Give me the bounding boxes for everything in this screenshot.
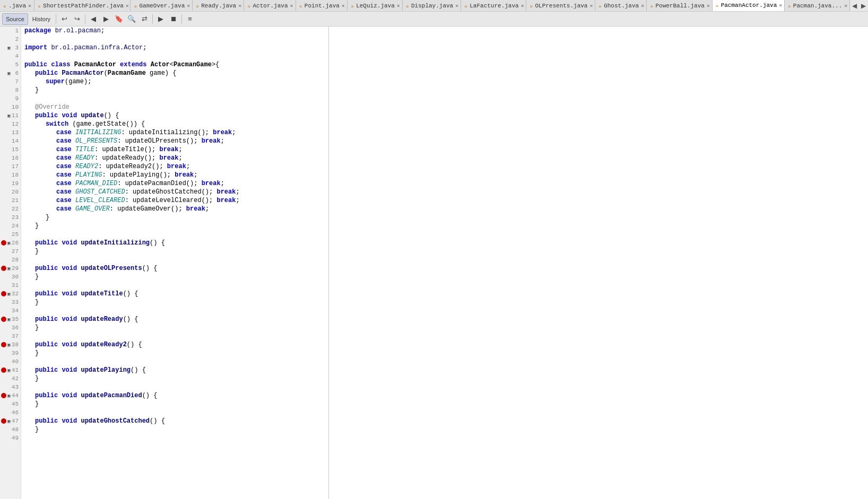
tab-5[interactable]: ☕Point.java✕	[296, 0, 348, 12]
close-tab-icon[interactable]: ✕	[290, 3, 293, 9]
tab-7[interactable]: ☕Display.java✕	[403, 0, 461, 12]
fold-icon[interactable]: ▣	[7, 71, 10, 76]
close-tab-icon[interactable]: ✕	[28, 3, 31, 9]
breakpoint-icon[interactable]	[1, 418, 6, 424]
fold-icon[interactable]: ▣	[7, 113, 10, 119]
token-normal	[58, 290, 62, 298]
token-pkg: br.ol.pacman	[55, 27, 101, 35]
fold-icon[interactable]: ▣	[7, 418, 10, 424]
close-tab-icon[interactable]: ✕	[455, 3, 458, 9]
token-kw: void	[62, 315, 77, 323]
search-button[interactable]: 🔍	[126, 13, 137, 25]
code-area[interactable]: package br.ol.pacman;import br.ol.pacman…	[21, 27, 328, 499]
line-num-text: 15	[12, 146, 19, 153]
fold-icon[interactable]: ▣	[7, 367, 10, 373]
code-line-29: public void updateOLPresents() {	[21, 264, 328, 273]
back-button[interactable]: ◀	[88, 13, 99, 25]
token-ann: @Override	[35, 103, 70, 111]
line-number-23: 23	[0, 213, 21, 222]
token-normal: () {	[104, 111, 119, 120]
fold-icon[interactable]: ▣	[7, 317, 10, 322]
code-line-1: package br.ol.pacman;	[21, 27, 328, 35]
toolbar-separator-2	[85, 14, 85, 24]
fold-icon[interactable]: ▣	[7, 342, 10, 348]
breakpoint-icon[interactable]	[1, 367, 6, 373]
close-tab-icon[interactable]: ✕	[779, 2, 782, 8]
token-kw: void	[62, 391, 77, 400]
line-number-33: 33	[0, 298, 21, 307]
close-tab-icon[interactable]: ✕	[187, 3, 190, 9]
tab-2[interactable]: ☕GameOver.java✕	[131, 0, 193, 12]
line-number-6: ▣6	[0, 69, 21, 77]
fold-icon[interactable]: ▣	[7, 266, 10, 272]
breakpoint-icon[interactable]	[1, 266, 6, 271]
line-num-text: 48	[12, 426, 19, 433]
fold-icon[interactable]: ▣	[7, 291, 10, 297]
code-line-6: public PacmanActor(PacmanGame game) {	[21, 69, 328, 77]
token-normal: }	[35, 425, 39, 434]
line-num-text: 18	[12, 172, 19, 178]
line-number-15: 15	[0, 145, 21, 154]
tab-1[interactable]: ☕ShortestPathFinder.java✕	[34, 0, 131, 12]
token-enum-val: READY2	[75, 162, 98, 171]
code-line-14: case OL_PRESENTS: updateOLPresents(); br…	[21, 137, 328, 145]
close-tab-icon[interactable]: ✕	[589, 3, 593, 9]
close-tab-icon[interactable]: ✕	[641, 3, 644, 9]
token-normal: (game.getState()) {	[68, 120, 145, 128]
token-normal	[77, 290, 81, 298]
close-tab-icon[interactable]: ✕	[126, 3, 129, 9]
redo-button[interactable]: ↪	[71, 13, 83, 25]
line-num-text: 16	[12, 155, 19, 161]
close-tab-icon[interactable]: ✕	[844, 3, 847, 9]
tab-11[interactable]: ☕PowerBall.java✕	[647, 0, 712, 12]
tab-3[interactable]: ☕Ready.java✕	[193, 0, 244, 12]
java-icon: ☕	[650, 3, 653, 9]
token-normal	[72, 188, 75, 196]
line-num-text: 10	[12, 104, 19, 110]
line-number-36: 36	[0, 323, 21, 332]
token-normal	[77, 417, 81, 425]
tab-13[interactable]: ☕Pacman.java...✕	[785, 0, 850, 12]
token-kw: case	[56, 162, 72, 171]
replace-button[interactable]: ⇄	[138, 13, 150, 25]
tab-4[interactable]: ☕Actor.java✕	[244, 0, 296, 12]
close-tab-icon[interactable]: ✕	[397, 3, 400, 9]
token-normal: : updateGhostCatched();	[125, 188, 217, 196]
code-line-3: import br.ol.pacman.infra.Actor;	[21, 43, 328, 52]
code-line-28	[21, 256, 328, 264]
close-tab-icon[interactable]: ✕	[238, 3, 241, 9]
fold-icon[interactable]: ▣	[7, 240, 10, 246]
stop-button[interactable]: ⏹	[168, 13, 179, 25]
tab-9[interactable]: ☕OLPresents.java✕	[526, 0, 595, 12]
breakpoint-icon[interactable]	[1, 317, 6, 322]
fold-icon[interactable]: ▣	[7, 393, 10, 399]
token-normal: : updateLevelCleared();	[125, 196, 217, 205]
source-tab-button[interactable]: Source	[2, 13, 28, 25]
toolbar-separator-1	[56, 14, 56, 24]
close-tab-icon[interactable]: ✕	[521, 3, 524, 9]
tab-0[interactable]: ☕.java✕	[0, 0, 34, 12]
tab-6[interactable]: ☕LeQuiz.java✕	[348, 0, 403, 12]
history-tab-button[interactable]: History	[29, 13, 54, 25]
close-tab-icon[interactable]: ✕	[707, 3, 710, 9]
tab-8[interactable]: ☕LaFacture.java✕	[461, 0, 526, 12]
format-button[interactable]: ≡	[184, 13, 196, 25]
token-normal: ;	[178, 154, 182, 162]
toggle-bookmarks-button[interactable]: 🔖	[113, 13, 125, 25]
token-normal: () {	[150, 239, 165, 247]
tab-scroll-left-button[interactable]: ◀	[850, 0, 859, 12]
breakpoint-icon[interactable]	[1, 342, 6, 347]
fold-icon[interactable]: ▣	[7, 45, 10, 51]
tab-12[interactable]: ☕PacmanActor.java✕	[713, 0, 785, 12]
forward-button[interactable]: ▶	[100, 13, 112, 25]
run-button[interactable]: ▶	[155, 13, 167, 25]
undo-button[interactable]: ↩	[58, 13, 70, 25]
close-tab-icon[interactable]: ✕	[342, 3, 345, 9]
tab-scroll-right-button[interactable]: ▶	[859, 0, 868, 12]
breakpoint-icon[interactable]	[1, 291, 6, 296]
breakpoint-icon[interactable]	[1, 393, 6, 398]
breakpoint-icon[interactable]	[1, 240, 6, 246]
token-kw: break	[175, 171, 194, 179]
token-enum-val: OL_PRESENTS	[75, 137, 117, 145]
tab-10[interactable]: ☕Ghost.java✕	[595, 0, 647, 12]
